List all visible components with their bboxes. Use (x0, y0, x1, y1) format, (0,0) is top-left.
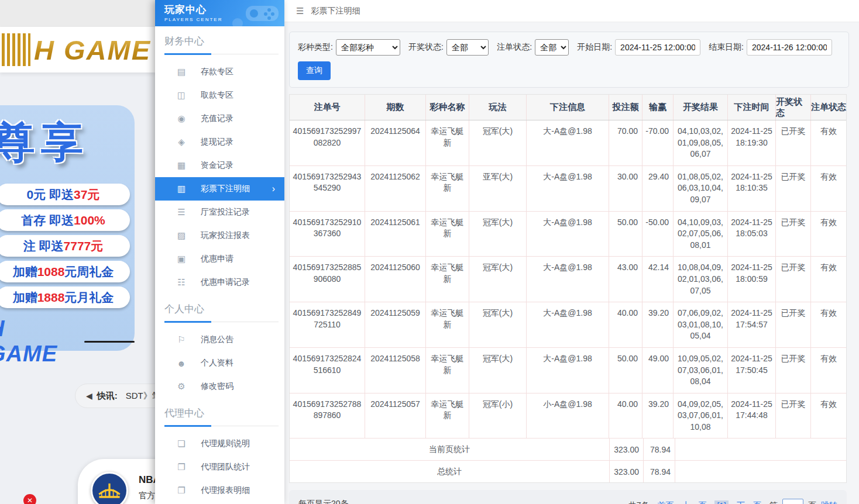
sidebar-item[interactable]: ▨ 玩家投注报表 (155, 224, 284, 247)
player-center-sidebar: 玩家中心 PLAYERS CENTER 财务中心 ▤ 存款专区 ◫ (155, 0, 284, 504)
recharge-record-icon: ◉ (176, 113, 187, 124)
promo-pill-text: 首存 即送 (21, 212, 74, 229)
table-body: 401569173252997082820 20241125064 幸运飞艇新 … (290, 120, 846, 438)
order-status-cell: 有效 (811, 348, 846, 393)
draw-status-select[interactable]: 全部 (446, 39, 489, 56)
bet-id-cell: 401569173252885906080 (290, 257, 365, 302)
lottery-type-select[interactable]: 全部彩种 (336, 39, 400, 56)
bet-time-cell: 2024-11-25 18:10:35 (728, 166, 776, 211)
sidebar-item[interactable]: ▦ 资金记录 (155, 154, 284, 177)
sidebar-item[interactable]: ☻ 个人资料 (155, 351, 284, 375)
promo-footer-dash (84, 341, 135, 343)
column-header: 注单状态 (811, 95, 846, 120)
first-page-link[interactable]: 首页 (657, 500, 674, 504)
draw-result-cell: 04,10,03,02,01,09,08,05,06,07 (674, 120, 728, 165)
sidebar-item[interactable]: ⚙ 修改密码 (155, 375, 284, 398)
column-header: 彩种名称 (426, 95, 469, 120)
brand-logo-strip: H GAME (0, 27, 155, 73)
sidebar-item[interactable]: ❏ 代理规则说明 (155, 432, 284, 455)
stats-bet-total: 323.00 (610, 461, 644, 482)
pagination-bar: 每页显示20条 共7条 首页 上一页 [1] 下一页 第 页 跳转 (289, 490, 847, 504)
promo-apply-record-icon: ☷ (176, 277, 187, 288)
finance-items: ▤ 存款专区 ◫ 取款专区 ◉ 充值记录 ◈ (155, 60, 284, 294)
play-type-cell: 冠军(小) (469, 393, 527, 439)
sidebar-item[interactable]: ◈ 提现记录 (155, 130, 284, 154)
end-date-input[interactable] (747, 39, 832, 56)
page-number-input[interactable] (782, 499, 803, 504)
promo-pill: 0元 即送37元 (0, 184, 130, 205)
sidebar-item[interactable]: ▥ 彩票下注明细 › (155, 177, 284, 201)
sidebar-item[interactable]: ❐ 代理报表明细 (155, 479, 284, 502)
sidebar-item-label: 代理报表明细 (201, 485, 250, 496)
period-cell: 20241125064 (365, 120, 426, 165)
speaker-icon: ◀ (86, 391, 92, 401)
hall-bet-record-icon: ☰ (176, 207, 187, 218)
agent-rules-icon: ❏ (176, 439, 187, 449)
sidebar-item[interactable]: ☰ 厅室投注记录 (155, 201, 284, 224)
game-controller-icon (229, 1, 281, 26)
bet-id-cell: 401569173252824516610 (290, 348, 365, 393)
table-row: 401569173252997082820 20241125064 幸运飞艇新 … (290, 120, 846, 166)
bet-amount-cell: 40.00 (609, 393, 642, 439)
close-popup-button[interactable]: ✕ (23, 494, 36, 504)
order-status-select[interactable]: 全部 (535, 39, 569, 56)
order-status-label: 注单状态: (497, 42, 532, 53)
column-header: 下注信息 (527, 95, 609, 120)
promo-pill-highlight: 1088 (37, 265, 65, 279)
period-cell: 20241125058 (365, 348, 426, 393)
sidebar-item[interactable]: ☷ 优惠申请记录 (155, 271, 284, 294)
win-loss-cell: -70.00 (642, 120, 674, 165)
promo-pill-text: 加赠 (13, 264, 37, 280)
sidebar-item[interactable]: ▣ 优惠申请 (155, 247, 284, 271)
draw-status-cell: 已开奖 (776, 166, 811, 211)
period-cell: 20241125061 (365, 212, 426, 257)
bet-info-cell: 大-A盘@1.98 (527, 348, 609, 393)
section-title-finance: 财务中心 (164, 34, 279, 54)
brand-logo-text: H GAME (34, 34, 151, 66)
prev-page-link[interactable]: 上一页 (682, 500, 706, 504)
bet-id-cell: 401569173252910367360 (290, 212, 365, 257)
promo-pill-highlight: 1888 (37, 291, 65, 305)
sidebar-item[interactable]: ▤ 存款专区 (155, 60, 284, 84)
period-cell: 20241125062 (365, 166, 426, 211)
table-row: 401569173252943545290 20241125062 幸运飞艇新 … (290, 166, 846, 212)
promo-footer: H GAME (0, 316, 135, 367)
sidebar-item[interactable]: ◉ 充值记录 (155, 107, 284, 130)
bet-amount-cell: 50.00 (609, 212, 642, 257)
chevron-right-icon: › (272, 184, 275, 194)
current-page-indicator[interactable]: [1] (714, 500, 729, 504)
period-cell: 20241125059 (365, 302, 426, 347)
sidebar-item-label: 玩家投注报表 (201, 230, 250, 241)
promo-pill-highlight: 100% (74, 213, 105, 227)
bet-id-cell: 401569173252943545290 (290, 166, 365, 211)
withdrawal-record-icon: ◈ (176, 137, 187, 147)
main-topbar: ☰ 彩票下注明细 (284, 0, 859, 22)
start-date-input[interactable] (615, 39, 700, 56)
lottery-bet-detail-icon: ▥ (176, 184, 187, 194)
main-content: ☰ 彩票下注明细 彩种类型: 全部彩种 开奖状态: 全部 注单状态: 全部 开始… (284, 0, 859, 504)
bet-detail-table: 注单号期数彩种名称玩法下注信息投注额输赢开奖结果下注时间开奖状态注单状态 401… (289, 94, 847, 483)
bet-amount-cell: 43.00 (609, 257, 642, 302)
filter-panel: 彩种类型: 全部彩种 开奖状态: 全部 注单状态: 全部 开始日期: 结束日期:… (289, 32, 849, 88)
search-button[interactable]: 查询 (298, 61, 331, 80)
bet-amount-cell: 50.00 (609, 348, 642, 393)
sidebar-item[interactable]: ◫ 取款专区 (155, 84, 284, 107)
nba-subtitle: 官方 (139, 491, 155, 501)
draw-result-cell: 01,08,05,02,06,03,10,04,09,07 (674, 166, 728, 211)
ticker-label: 快讯: (97, 391, 118, 402)
sidebar-section-personal: 个人中心 ⚐ 消息公告 ☻ 个人资料 ⚙ 修改密码 (155, 302, 284, 398)
next-page-link[interactable]: 下一页 (737, 500, 761, 504)
lottery-type-label: 彩种类型: (298, 42, 333, 53)
sidebar-item[interactable]: ⚐ 消息公告 (155, 328, 284, 351)
jump-link[interactable]: 跳转 (821, 500, 837, 504)
profile-icon: ☻ (176, 358, 187, 368)
sidebar-item-label: 代理团队统计 (201, 462, 250, 472)
hamburger-menu-icon[interactable]: ☰ (296, 6, 304, 16)
bet-info-cell: 小-A盘@1.98 (527, 393, 609, 439)
play-type-cell: 冠军(大) (469, 212, 527, 257)
personal-items: ⚐ 消息公告 ☻ 个人资料 ⚙ 修改密码 (155, 328, 284, 398)
background-top-strip (0, 0, 155, 27)
notice-bell-icon: ⚐ (176, 334, 187, 345)
promo-title: 尊享 (0, 115, 135, 171)
sidebar-item[interactable]: ❐ 代理团队统计 (155, 455, 284, 479)
